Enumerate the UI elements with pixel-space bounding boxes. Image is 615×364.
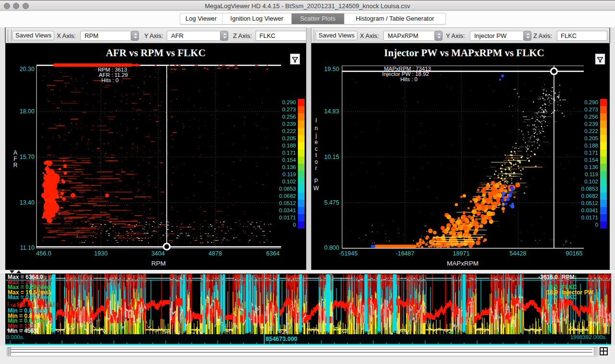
svg-text:0.222: 0.222 — [584, 128, 598, 134]
svg-text:n: n — [315, 125, 318, 132]
svg-text:0.136: 0.136 — [584, 164, 598, 170]
svg-text:W: W — [313, 185, 319, 192]
svg-text:54428: 54428 — [510, 250, 527, 257]
svg-text:3404: 3404 — [151, 250, 165, 257]
svg-text:0.0341: 0.0341 — [279, 207, 296, 213]
svg-text:1998392.000s.: 1998392.000s. — [570, 334, 607, 340]
svg-text:R: R — [13, 162, 18, 169]
svg-text:0.171: 0.171 — [584, 150, 598, 156]
svg-text:I: I — [315, 117, 317, 124]
svg-text:0.205: 0.205 — [584, 135, 598, 141]
svg-text:10.15: 10.15 — [324, 154, 339, 160]
svg-text:11.10: 11.10 — [20, 244, 35, 251]
svg-text:6364: 6364 — [266, 250, 280, 257]
svg-text:AFR vs RPM vs FLKC: AFR vs RPM vs FLKC — [106, 47, 206, 59]
svg-text:0.119: 0.119 — [585, 171, 598, 177]
svg-text:0.273: 0.273 — [584, 107, 598, 112]
svg-text:20.30: 20.30 — [20, 66, 35, 73]
svg-text:854673.000: 854673.000 — [266, 336, 297, 342]
svg-text:0.256: 0.256 — [282, 114, 296, 120]
svg-text:0.0171: 0.0171 — [581, 215, 598, 220]
svg-text:0.0: 0.0 — [550, 294, 558, 301]
svg-text:4878: 4878 — [209, 250, 222, 257]
svg-text:0: 0 — [595, 222, 598, 228]
svg-text:Hits : 0: Hits : 0 — [400, 76, 418, 82]
svg-text:0.273: 0.273 — [282, 107, 296, 112]
svg-text:14.83: 14.83 — [324, 108, 339, 115]
svg-text:MAPxRPM: MAPxRPM — [447, 260, 479, 267]
svg-text:0.000s.: 0.000s. — [6, 334, 25, 340]
svg-text:F: F — [13, 156, 17, 162]
svg-text:0.0853: 0.0853 — [279, 186, 296, 192]
svg-text:0.0682: 0.0682 — [581, 193, 598, 199]
svg-text:0.256: 0.256 — [584, 114, 598, 120]
svg-text:A: A — [13, 149, 17, 156]
svg-text:o: o — [315, 158, 318, 165]
svg-text:90165: 90165 — [566, 250, 583, 257]
svg-text:0.102: 0.102 — [282, 179, 296, 184]
svg-text:0.0853: 0.0853 — [581, 186, 598, 192]
svg-text:0.239: 0.239 — [584, 121, 598, 127]
svg-text:0.0171: 0.0171 — [279, 215, 296, 220]
svg-text:c: c — [315, 146, 318, 152]
svg-text:0.0341: 0.0341 — [581, 207, 598, 213]
svg-text:0.171: 0.171 — [282, 150, 296, 156]
svg-text:Hits : 0: Hits : 0 — [101, 77, 119, 83]
svg-text:13.40: 13.40 — [20, 199, 35, 206]
svg-text:0.290: 0.290 — [282, 99, 296, 105]
svg-text:0.154: 0.154 — [282, 157, 296, 163]
svg-text:-51945: -51945 — [339, 250, 358, 257]
svg-text:r: r — [315, 165, 317, 171]
svg-text:FLKC: FLKC — [562, 294, 577, 301]
svg-text:5.475: 5.475 — [324, 199, 339, 206]
svg-text:-16487: -16487 — [396, 250, 415, 257]
svg-text:0.119: 0.119 — [283, 171, 296, 177]
svg-text:0.188: 0.188 — [584, 143, 598, 148]
svg-text:0.0512: 0.0512 — [279, 200, 296, 206]
svg-text:1930: 1930 — [94, 250, 108, 257]
svg-text:0.154: 0.154 — [584, 157, 598, 163]
svg-text:456.0: 456.0 — [36, 250, 51, 257]
svg-text:e: e — [315, 139, 318, 146]
svg-text:0.290: 0.290 — [584, 99, 598, 105]
svg-text:0.0682: 0.0682 — [279, 193, 296, 199]
svg-text:19.50: 19.50 — [324, 66, 339, 73]
svg-text:j: j — [315, 132, 317, 139]
svg-text:0.102: 0.102 — [584, 179, 598, 184]
svg-text:18971: 18971 — [453, 250, 470, 257]
svg-text:0.239: 0.239 — [282, 121, 296, 127]
svg-text:Min = 456.0: Min = 456.0 — [8, 328, 39, 334]
svg-text:0.0512: 0.0512 — [581, 200, 598, 206]
svg-text:Injector PW vs MAPxRPM vs FLKC: Injector PW vs MAPxRPM vs FLKC — [384, 47, 544, 59]
svg-text:15.70: 15.70 — [20, 154, 35, 160]
svg-text:0.205: 0.205 — [282, 135, 296, 141]
svg-text:18.00: 18.00 — [20, 108, 35, 115]
svg-text:RPM: RPM — [151, 260, 166, 267]
svg-text:t: t — [315, 152, 317, 158]
svg-text:0.222: 0.222 — [282, 128, 296, 134]
svg-text:P: P — [314, 178, 318, 184]
svg-text:0.188: 0.188 — [282, 143, 296, 148]
svg-text:Max = 0.29 (deg): Max = 0.29 (deg) — [8, 294, 52, 301]
svg-text:0.800: 0.800 — [324, 244, 339, 251]
svg-text:0: 0 — [293, 222, 296, 228]
svg-text:0.136: 0.136 — [282, 164, 296, 170]
